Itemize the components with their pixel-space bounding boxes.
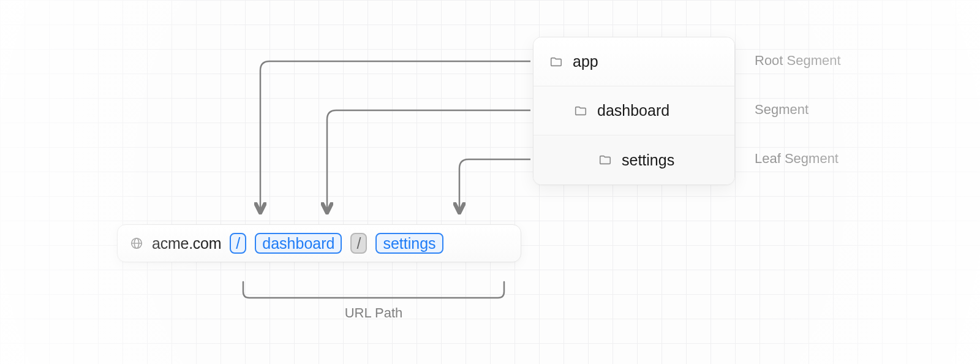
folder-tree: app dashboard settings [533,37,735,185]
url-segment-settings: settings [375,233,443,254]
folder-name: app [573,53,598,70]
tree-label-leaf: Leaf Segment [755,151,877,167]
url-segment-dashboard: dashboard [255,233,342,254]
folder-icon [598,153,612,167]
url-path-label: URL Path [242,305,505,321]
url-bar: acme.com / dashboard / settings [117,224,521,262]
folder-icon [549,55,563,69]
folder-row-settings: settings [533,135,734,184]
url-domain: acme.com [152,235,221,252]
url-segment-slash-2: / [350,233,367,254]
folder-row-app: app [533,37,734,86]
tree-label-segment: Segment [755,102,877,118]
folder-name: dashboard [597,102,669,119]
globe-icon [130,237,143,250]
tree-label-root: Root Segment [755,53,877,69]
folder-name: settings [622,151,674,169]
folder-icon [574,104,587,118]
folder-row-dashboard: dashboard [533,86,734,135]
url-path-bracket [242,281,505,301]
url-segment-slash-1: / [230,233,246,254]
